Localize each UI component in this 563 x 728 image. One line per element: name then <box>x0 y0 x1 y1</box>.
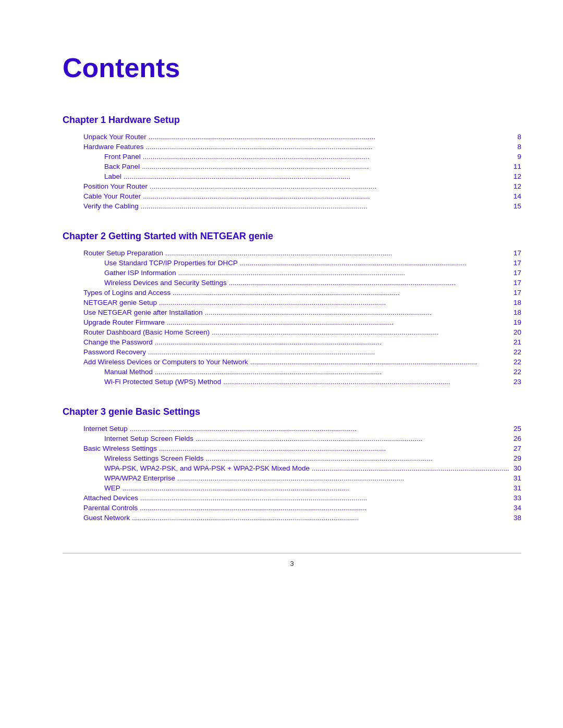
toc-entry[interactable]: WPA/WPA2 Enterprise ....................… <box>63 474 521 482</box>
toc-entry-dots: ........................................… <box>146 143 509 151</box>
toc-entry-page: 8 <box>511 133 521 141</box>
toc-entry-dots: ........................................… <box>123 484 509 492</box>
toc-entry-page: 17 <box>511 259 521 267</box>
toc-entry-page: 22 <box>511 348 521 356</box>
chapter3-heading: Chapter 3 genie Basic Settings <box>63 406 521 417</box>
toc-entry[interactable]: Parental Controls ......................… <box>63 504 521 512</box>
toc-entry-page: 19 <box>511 318 521 326</box>
toc-entry[interactable]: Unpack Your Router .....................… <box>63 133 521 141</box>
toc-entry-page: 27 <box>511 445 521 452</box>
toc-entry[interactable]: Gather ISP Information .................… <box>63 269 521 277</box>
toc-entry-title: Parental Controls <box>83 504 138 512</box>
toc-entry-dots: ........................................… <box>312 464 509 472</box>
toc-entry-dots: ........................................… <box>155 368 509 376</box>
toc-entry-title: Front Panel <box>104 153 141 161</box>
toc-entry-dots: ........................................… <box>142 163 509 170</box>
toc-entry[interactable]: Wireless Settings Screen Fields ........… <box>63 454 521 462</box>
page-divider <box>63 553 521 553</box>
toc-entry-page: 20 <box>511 328 521 336</box>
toc-entry[interactable]: Change the Password ....................… <box>63 338 521 346</box>
toc-entry-dots: ........................................… <box>195 435 509 442</box>
toc-entry-page: 33 <box>511 494 521 502</box>
toc-entry[interactable]: Upgrade Router Firmware ................… <box>63 318 521 326</box>
toc-entry-page: 12 <box>511 182 521 190</box>
toc-entry[interactable]: Wireless Devices and Security Settings .… <box>63 279 521 287</box>
toc-entry-title: WPA-PSK, WPA2-PSK, and WPA-PSK + WPA2-PS… <box>104 464 310 472</box>
toc-entry-page: 31 <box>511 474 521 482</box>
toc-container: Chapter 1 Hardware SetupUnpack Your Rout… <box>63 115 521 522</box>
toc-entry-dots: ........................................… <box>240 259 509 267</box>
toc-entry-dots: ........................................… <box>143 192 509 200</box>
toc-entry[interactable]: Back Panel .............................… <box>63 163 521 170</box>
toc-entry-title: Use NETGEAR genie after Installation <box>83 309 203 316</box>
toc-entry-title: Label <box>104 172 121 180</box>
toc-entry-page: 17 <box>511 289 521 297</box>
toc-entry[interactable]: Cable Your Router ......................… <box>63 192 521 200</box>
toc-entry[interactable]: WEP ....................................… <box>63 484 521 492</box>
toc-entry[interactable]: Password Recovery ......................… <box>63 348 521 356</box>
chapter1-section: Chapter 1 Hardware SetupUnpack Your Rout… <box>63 115 521 210</box>
toc-entry-page: 17 <box>511 249 521 257</box>
toc-entry-title: Password Recovery <box>83 348 146 356</box>
toc-entry-title: Unpack Your Router <box>83 133 146 141</box>
toc-entry-dots: ........................................… <box>159 445 509 452</box>
toc-entry-page: 9 <box>511 153 521 161</box>
toc-entry[interactable]: Basic Wireless Settings ................… <box>63 445 521 452</box>
toc-entry-page: 34 <box>511 504 521 512</box>
toc-entry[interactable]: Wi-Fi Protected Setup (WPS) Method .....… <box>63 378 521 386</box>
toc-entry-page: 38 <box>511 514 521 522</box>
chapter2-heading: Chapter 2 Getting Started with NETGEAR g… <box>63 231 521 242</box>
toc-entry[interactable]: Verify the Cabling .....................… <box>63 202 521 210</box>
toc-entry[interactable]: Types of Logins and Access .............… <box>63 289 521 297</box>
toc-entry[interactable]: Label ..................................… <box>63 172 521 180</box>
toc-entry-title: WEP <box>104 484 120 492</box>
toc-entry-dots: ........................................… <box>250 358 509 366</box>
toc-entry-title: Add Wireless Devices or Computers to You… <box>83 358 248 366</box>
toc-entry-dots: ........................................… <box>165 249 509 257</box>
toc-entry[interactable]: Add Wireless Devices or Computers to You… <box>63 358 521 366</box>
chapter3-section: Chapter 3 genie Basic SettingsInternet S… <box>63 406 521 522</box>
toc-entry-dots: ........................................… <box>177 474 509 482</box>
toc-entry[interactable]: Use Standard TCP/IP Properties for DHCP … <box>63 259 521 267</box>
toc-entry-title: Use Standard TCP/IP Properties for DHCP <box>104 259 238 267</box>
toc-entry-title: Verify the Cabling <box>83 202 139 210</box>
toc-entry-title: Gather ISP Information <box>104 269 176 277</box>
toc-entry-title: Wireless Devices and Security Settings <box>104 279 227 287</box>
toc-entry-dots: ........................................… <box>148 348 509 356</box>
toc-entry[interactable]: Hardware Features ......................… <box>63 143 521 151</box>
toc-entry[interactable]: Attached Devices .......................… <box>63 494 521 502</box>
toc-entry-page: 23 <box>511 378 521 386</box>
toc-entry-page: 14 <box>511 192 521 200</box>
toc-entry-dots: ........................................… <box>132 514 509 522</box>
toc-entry[interactable]: Manual Method ..........................… <box>63 368 521 376</box>
toc-entry-title: Position Your Router <box>83 182 148 190</box>
toc-entry-title: WPA/WPA2 Enterprise <box>104 474 175 482</box>
toc-entry[interactable]: Internet Setup .........................… <box>63 425 521 433</box>
toc-entry-title: Internet Setup Screen Fields <box>104 435 193 442</box>
toc-entry-title: Wi-Fi Protected Setup (WPS) Method <box>104 378 221 386</box>
toc-entry-page: 29 <box>511 454 521 462</box>
toc-entry[interactable]: Front Panel ............................… <box>63 153 521 161</box>
toc-entry[interactable]: Guest Network ..........................… <box>63 514 521 522</box>
chapter2-section: Chapter 2 Getting Started with NETGEAR g… <box>63 231 521 386</box>
toc-entry-title: Change the Password <box>83 338 153 346</box>
page-title: Contents <box>63 52 521 83</box>
toc-entry[interactable]: Use NETGEAR genie after Installation ...… <box>63 309 521 316</box>
toc-entry-dots: ........................................… <box>205 309 509 316</box>
toc-entry-dots: ........................................… <box>167 318 509 326</box>
toc-entry[interactable]: WPA-PSK, WPA2-PSK, and WPA-PSK + WPA2-PS… <box>63 464 521 472</box>
toc-entry[interactable]: NETGEAR genie Setup ....................… <box>63 299 521 306</box>
toc-entry-dots: ........................................… <box>178 269 509 277</box>
toc-entry-page: 22 <box>511 358 521 366</box>
toc-entry-dots: ........................................… <box>140 494 509 502</box>
toc-entry-title: Guest Network <box>83 514 130 522</box>
toc-entry[interactable]: Internet Setup Screen Fields ...........… <box>63 435 521 442</box>
toc-entry[interactable]: Router Setup Preparation ...............… <box>63 249 521 257</box>
toc-entry-dots: ........................................… <box>141 202 509 210</box>
toc-entry-dots: ........................................… <box>206 454 509 462</box>
toc-entry[interactable]: Position Your Router ...................… <box>63 182 521 190</box>
toc-entry[interactable]: Router Dashboard (Basic Home Screen) ...… <box>63 328 521 336</box>
toc-entry-dots: ........................................… <box>173 289 509 297</box>
toc-entry-page: 22 <box>511 368 521 376</box>
toc-entry-page: 12 <box>511 172 521 180</box>
